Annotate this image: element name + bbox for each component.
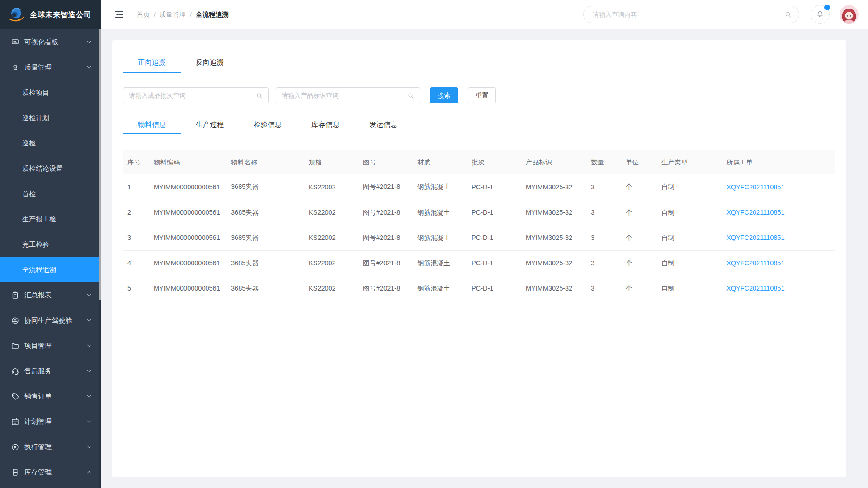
sidebar-item[interactable]: 销售订单	[0, 384, 101, 409]
table-cell: 自制	[657, 225, 722, 250]
sidebar-item[interactable]: 首检	[0, 181, 101, 206]
table-cell: 3	[586, 250, 621, 276]
sidebar-item[interactable]: 完工检验	[0, 232, 101, 257]
column-header: 序号	[123, 150, 149, 174]
headset-icon	[11, 367, 19, 375]
sidebar-item[interactable]: 生产报工检	[0, 206, 101, 232]
sub-tab[interactable]: 生产过程	[181, 115, 239, 134]
main-tab[interactable]: 反向追溯	[181, 40, 239, 73]
breadcrumb-item[interactable]: 首页	[137, 10, 150, 19]
table-cell: MYIMM000000000561	[149, 225, 226, 250]
steering-wheel-icon	[11, 316, 19, 325]
sidebar-item[interactable]: 执行管理	[0, 434, 101, 460]
table-cell: 图号#2021-8	[359, 276, 413, 301]
column-header: 规格	[304, 150, 359, 174]
product-id-search-field	[276, 87, 420, 103]
sidebar-fold-icon[interactable]	[114, 9, 125, 20]
table-cell: 钢筋混凝土	[413, 225, 467, 250]
table-cell: 钢筋混凝土	[413, 250, 467, 276]
work-order-link[interactable]: XQYFC2021110851	[722, 174, 835, 200]
breadcrumb-separator: /	[154, 11, 156, 18]
product-id-search-input[interactable]	[276, 88, 420, 103]
sidebar-item[interactable]: 协同生产驾驶舱	[0, 308, 101, 333]
sidebar-item[interactable]: 质检结论设置	[0, 156, 101, 181]
sidebar-item-label: 生产报工检	[22, 215, 92, 224]
sidebar-item[interactable]: 售后服务	[0, 358, 101, 384]
reset-button[interactable]: 重置	[468, 87, 496, 103]
work-order-link[interactable]: XQYFC2021110851	[722, 250, 835, 276]
main-tab[interactable]: 正向追溯	[123, 40, 181, 73]
batch-search-input[interactable]	[123, 88, 268, 103]
sidebar-item[interactable]: 可视化看板	[0, 29, 101, 55]
table-cell: PC-D-1	[467, 174, 521, 200]
sub-tab[interactable]: 发运信息	[354, 115, 412, 134]
chevron-up-icon	[86, 469, 92, 475]
work-order-link[interactable]: XQYFC2021110851	[722, 225, 835, 250]
sub-tab[interactable]: 库存信息	[297, 115, 354, 134]
table-row: 4MYIMM0000000005613685夹器KS22002图号#2021-8…	[123, 250, 835, 276]
table-cell: 3	[586, 174, 621, 200]
column-header: 物料名称	[226, 150, 304, 174]
sidebar-item-label: 可视化看板	[24, 38, 86, 47]
breadcrumb-item[interactable]: 质量管理	[160, 10, 186, 19]
sidebar-item[interactable]: 项目管理	[0, 333, 101, 358]
table-cell: 3	[586, 200, 621, 225]
global-search-input[interactable]	[584, 6, 799, 23]
table-cell: 3685夹器	[226, 250, 304, 276]
table-cell: PC-D-1	[467, 276, 521, 301]
table-body: 1MYIMM0000000005613685夹器KS22002图号#2021-8…	[123, 174, 835, 301]
table-cell: 3685夹器	[226, 225, 304, 250]
chevron-down-icon	[86, 418, 92, 425]
main-content: 正向追溯反向追溯 搜索 重置 物料信息生产过程检验信息库存信息发运信息 序号物料…	[101, 29, 868, 488]
chevron-down-icon	[86, 64, 92, 70]
user-avatar[interactable]	[840, 5, 859, 24]
sidebar-item[interactable]: 巡检	[0, 131, 101, 156]
search-icon	[407, 92, 415, 99]
material-info-table: 序号物料编码物料名称规格图号材质批次产品标识数量单位生产类型所属工单 1MYIM…	[123, 150, 835, 301]
table-cell: MYIMM000000000561	[149, 276, 226, 301]
sidebar-item[interactable]: 汇总报表	[0, 282, 101, 308]
column-header: 批次	[467, 150, 521, 174]
chevron-down-icon	[86, 343, 92, 349]
table-cell: MYIMM3025-32	[521, 250, 586, 276]
table-cell: 图号#2021-8	[359, 250, 413, 276]
company-name: 全球未来智造公司	[30, 10, 91, 20]
breadcrumb: 首页/质量管理/全流程追溯	[137, 10, 229, 19]
table-cell: 图号#2021-8	[359, 174, 413, 200]
table-cell: 自制	[657, 250, 722, 276]
sub-tab[interactable]: 检验信息	[239, 115, 297, 134]
breadcrumb-item: 全流程追溯	[196, 10, 229, 19]
info-section-tabs: 物料信息生产过程检验信息库存信息发运信息	[123, 115, 835, 134]
chevron-down-icon	[86, 393, 92, 399]
notifications-button[interactable]	[811, 5, 830, 24]
sidebar-item[interactable]: 库存管理	[0, 460, 101, 485]
sidebar-item[interactable]: 质量管理	[0, 55, 101, 80]
chevron-down-icon	[86, 292, 92, 298]
sidebar-item[interactable]: 计划管理	[0, 409, 101, 434]
sidebar-item-label: 质量管理	[24, 63, 86, 72]
sidebar-item-label: 全流程追溯	[22, 266, 92, 274]
sidebar-item[interactable]: 全流程追溯	[0, 257, 101, 282]
table-cell: 3685夹器	[226, 174, 304, 200]
work-order-link[interactable]: XQYFC2021110851	[722, 200, 835, 225]
sidebar-scrollbar-thumb[interactable]	[99, 29, 101, 300]
sub-tab[interactable]: 物料信息	[123, 115, 181, 134]
filter-row: 搜索 重置	[123, 87, 835, 103]
table-cell: KS22002	[304, 200, 359, 225]
table-cell: 3685夹器	[226, 276, 304, 301]
work-order-link[interactable]: XQYFC2021110851	[722, 276, 835, 301]
sidebar-item-label: 售后服务	[24, 367, 86, 375]
sidebar-item[interactable]: 质检项目	[0, 80, 101, 105]
table-cell: MYIMM3025-32	[521, 225, 586, 250]
table-row: 5MYIMM0000000005613685夹器KS22002图号#2021-8…	[123, 276, 835, 301]
column-header: 材质	[413, 150, 467, 174]
chevron-down-icon	[86, 317, 92, 324]
search-button[interactable]: 搜索	[430, 87, 458, 103]
sidebar-item-label: 首检	[22, 190, 92, 198]
table-cell: 钢筋混凝土	[413, 276, 467, 301]
column-header: 所属工单	[722, 150, 835, 174]
search-icon[interactable]	[784, 11, 792, 19]
sidebar-item[interactable]: 巡检计划	[0, 105, 101, 131]
folder-icon	[11, 342, 19, 350]
table-row: 3MYIMM0000000005613685夹器KS22002图号#2021-8…	[123, 225, 835, 250]
